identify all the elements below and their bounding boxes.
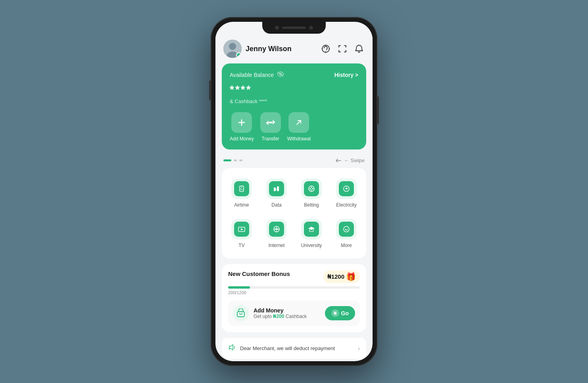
services-grid: Airtime Data [226, 174, 362, 252]
cashback-suffix: Cashback [284, 314, 307, 319]
merchant-notice[interactable]: Dear Merchant, we will deduct repayment … [222, 338, 366, 359]
cashback-text: & Cashback **** [230, 98, 358, 104]
bonus-amount-value: ₦1200 [327, 273, 344, 280]
app-content: Jenny Wilson [215, 22, 373, 361]
service-internet[interactable]: Internet [261, 215, 292, 252]
bonus-title: New Customer Bonus [228, 270, 290, 277]
card-actions: Add Money Transfer [230, 112, 358, 142]
scan-icon[interactable] [337, 43, 348, 54]
history-link[interactable]: History > [334, 72, 358, 78]
service-university[interactable]: University [296, 215, 327, 252]
service-more[interactable]: More [331, 215, 362, 252]
gift-icon: 🎁 [346, 272, 356, 282]
svg-rect-9 [240, 186, 244, 192]
app-header: Jenny Wilson [215, 36, 373, 63]
airtime-icon [234, 181, 249, 196]
speaker [282, 27, 306, 29]
dot-2 [234, 159, 237, 161]
power-button [377, 96, 379, 124]
bonus-card: New Customer Bonus ₦1200 🎁 200/1200 [222, 264, 366, 332]
more-label: More [341, 243, 352, 248]
electricity-icon [339, 181, 354, 196]
svg-point-1 [229, 43, 236, 50]
transfer-icon [260, 112, 281, 133]
add-money-action[interactable]: Add Money [230, 112, 254, 142]
bag-icon [233, 305, 249, 321]
service-airtime[interactable]: Airtime [226, 174, 257, 212]
more-icon [339, 222, 354, 237]
header-icons [320, 43, 365, 54]
more-icon-wrap [336, 219, 357, 239]
merchant-notice-text: Dear Merchant, we will deduct repayment [240, 345, 354, 351]
cashback-prefix: Get upto [254, 314, 273, 319]
bonus-header: New Customer Bonus ₦1200 🎁 [228, 270, 360, 283]
avatar[interactable] [223, 40, 242, 58]
tv-icon-wrap [231, 219, 252, 239]
airtime-label: Airtime [234, 202, 249, 208]
notice-arrow-icon: › [358, 345, 360, 352]
internet-icon-wrap [266, 219, 287, 239]
front-camera [275, 26, 279, 30]
university-icon-wrap [301, 219, 322, 239]
go-button[interactable]: ₦ Go [325, 306, 355, 320]
internet-icon [269, 222, 284, 237]
avatar-online-badge [236, 52, 242, 58]
internet-label: Internet [269, 243, 285, 248]
go-label: Go [341, 310, 349, 316]
svg-rect-14 [277, 186, 279, 191]
svg-point-4 [325, 51, 326, 52]
progress-bar-fill [228, 286, 250, 289]
available-balance-text: Available Balance [230, 72, 274, 78]
carousel-indicator: ← Swipe [215, 155, 373, 168]
electricity-label: Electricity [336, 202, 356, 208]
volume-button [209, 80, 211, 100]
carousel-dots [223, 159, 242, 161]
balance-card: Available Balance History > **** & Cashb… [222, 63, 366, 149]
betting-icon [304, 181, 319, 196]
cashback-highlight: ₦200 [273, 314, 284, 319]
betting-label: Betting [304, 202, 319, 208]
svg-point-28 [344, 226, 349, 232]
university-icon [304, 222, 319, 237]
notification-icon[interactable] [354, 43, 365, 54]
progress-text: 200/1200 [228, 290, 360, 295]
phone-screen: Jenny Wilson [215, 22, 373, 361]
swipe-hint: ← Swipe [336, 157, 365, 163]
hide-balance-icon[interactable] [277, 71, 284, 79]
support-icon[interactable] [320, 43, 331, 54]
svg-marker-24 [241, 228, 243, 230]
transfer-action[interactable]: Transfer [260, 112, 281, 142]
add-money-icon [231, 112, 252, 133]
services-section: Airtime Data [222, 168, 366, 259]
bonus-amount: ₦1200 🎁 [323, 270, 360, 283]
svg-point-17 [310, 188, 313, 190]
tv-label: TV [238, 243, 244, 248]
data-icon [269, 181, 284, 196]
withdrawal-action[interactable]: Withdrawal [287, 112, 311, 142]
phone-frame: Jenny Wilson [211, 17, 377, 366]
university-label: University [301, 243, 322, 248]
airtime-icon-wrap [231, 178, 252, 199]
user-name: Jenny Wilson [246, 45, 320, 53]
betting-icon-wrap [301, 178, 322, 199]
sensor [309, 26, 313, 30]
add-money-cta-title: Add Money [254, 307, 320, 314]
dot-1 [223, 159, 231, 161]
dot-3 [239, 159, 242, 161]
service-betting[interactable]: Betting [296, 174, 327, 212]
balance-amount: **** [230, 83, 358, 96]
notch [262, 22, 326, 34]
service-tv[interactable]: TV [226, 215, 257, 252]
add-money-cta-sub: Get upto ₦200 Cashback [254, 314, 320, 319]
withdrawal-label: Withdrawal [287, 136, 311, 142]
add-money-row: Add Money Get upto ₦200 Cashback ₦ Go [228, 301, 360, 326]
add-money-text: Add Money Get upto ₦200 Cashback [254, 307, 320, 319]
notice-speaker-icon [228, 343, 236, 353]
electricity-icon-wrap [336, 178, 357, 199]
service-data[interactable]: Data [261, 174, 292, 212]
balance-header: Available Balance History > [230, 71, 358, 79]
balance-label: Available Balance [230, 71, 284, 79]
withdrawal-icon [288, 112, 309, 133]
service-electricity[interactable]: Electricity [331, 174, 362, 212]
transfer-label: Transfer [262, 136, 279, 142]
